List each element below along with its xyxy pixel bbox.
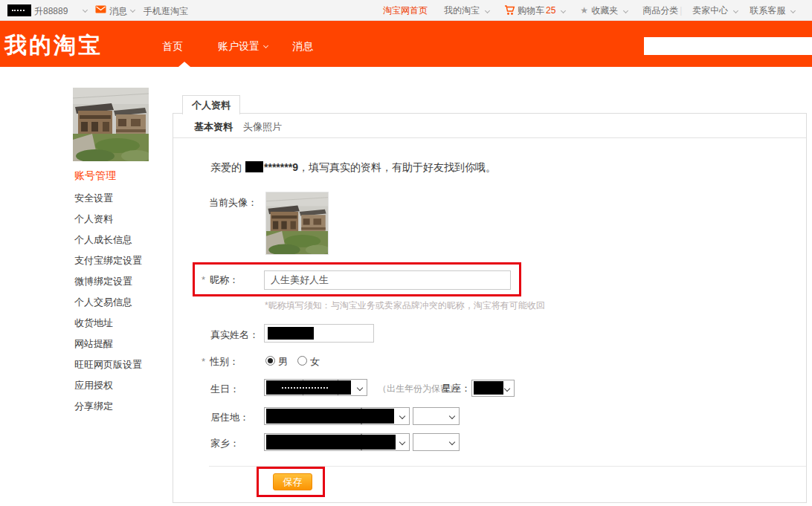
hometown-label: 家乡： [210, 437, 239, 450]
topbar-separator: | [680, 5, 682, 16]
greeting-text: 亲爱的*******9，填写真实的资料，有助于好友找到你哦。 [210, 161, 496, 175]
chevron-down-icon [399, 413, 405, 419]
account-settings-caret-icon [263, 43, 268, 48]
star-icon: ★ [580, 5, 588, 16]
hometown-district-select[interactable] [413, 433, 460, 451]
sidebar-section-account-management[interactable]: 账号管理 [74, 169, 116, 183]
messages-dropdown-caret-icon[interactable] [131, 5, 135, 16]
active-tab-indicator [178, 62, 190, 67]
sidebar-avatar-photo [73, 88, 149, 161]
save-button[interactable]: 保存 [273, 473, 312, 490]
chevron-down-icon [357, 385, 363, 391]
chevron-down-icon [504, 386, 510, 392]
cart-link[interactable]: 购物车 [518, 4, 544, 17]
realname-label: 真实姓名： [210, 328, 259, 342]
chevron-down-icon [399, 439, 405, 445]
nav-account-settings-tab[interactable]: 账户设置 [218, 40, 268, 53]
tab-personal-profile[interactable]: 个人资料 [182, 95, 240, 114]
gender-label: 性别： [210, 355, 239, 369]
my-taobao-caret-icon[interactable] [485, 7, 490, 13]
birthday-label: 生日： [210, 383, 239, 396]
taobao-profile-page: 升88889 消息 手机逛淘宝 淘宝网首页 我的淘宝 购物车 25 ★ 收藏夹 … [0, 0, 812, 506]
zodiac-redaction [474, 381, 503, 395]
zodiac-label: 星座： [442, 382, 471, 395]
hometown-redaction [266, 435, 396, 450]
cart-count[interactable]: 25 [546, 5, 555, 16]
subtab-avatar-photo[interactable]: 头像照片 [243, 120, 282, 134]
greeting-masked-name: *******9 [264, 161, 298, 173]
gender-male-radio[interactable] [265, 356, 275, 366]
cart-icon [504, 5, 515, 16]
sidebar-item-security-settings[interactable]: 安全设置 [74, 192, 113, 205]
nav-messages-tab[interactable]: 消息 [292, 40, 313, 53]
seller-center-caret-icon[interactable] [733, 7, 738, 13]
categories-link[interactable]: 商品分类 [642, 4, 678, 17]
username-redaction [7, 4, 31, 16]
residence-label: 居住地： [210, 411, 249, 424]
seller-center-link[interactable]: 卖家中心 [692, 4, 728, 17]
sidebar-item-alipay-binding[interactable]: 支付宝绑定设置 [74, 254, 142, 267]
favorites-caret-icon[interactable] [623, 7, 628, 13]
nickname-label: 昵称： [210, 273, 239, 287]
current-avatar-photo [265, 192, 329, 255]
gender-required-mark: * [202, 356, 205, 367]
nickname-note: *昵称填写须知：与淘宝业务或卖家品牌冲突的昵称，淘宝将有可能收回 [265, 299, 545, 312]
cart-caret-icon[interactable] [561, 7, 566, 13]
nickname-input[interactable] [264, 270, 511, 290]
nickname-required-mark: * [202, 274, 205, 285]
sidebar-item-share-binding[interactable]: 分享绑定 [74, 400, 113, 413]
taobao-home-link[interactable]: 淘宝网首页 [383, 4, 428, 17]
username-text[interactable]: 升88889 [34, 5, 68, 18]
sidebar-item-transaction-info[interactable]: 个人交易信息 [74, 296, 132, 309]
gender-female-radio[interactable] [297, 356, 307, 366]
envelope-icon [95, 4, 106, 16]
topbar-messages-link[interactable]: 消息 [109, 5, 127, 18]
nav-home-tab[interactable]: 首页 [162, 40, 183, 53]
residence-redaction [266, 409, 394, 424]
form-divider [209, 466, 806, 467]
topbar: 升88889 消息 手机逛淘宝 淘宝网首页 我的淘宝 购物车 25 ★ 收藏夹 … [0, 0, 812, 21]
chevron-down-icon [449, 439, 455, 445]
sidebar-item-weibo-binding[interactable]: 微博绑定设置 [74, 275, 132, 288]
sidebar-item-personal-profile[interactable]: 个人资料 [74, 213, 113, 226]
sidebar-item-site-reminder[interactable]: 网站提醒 [74, 337, 113, 351]
subtab-basic-info[interactable]: 基本资料 [194, 120, 233, 134]
sidebar-item-personal-growth-info[interactable]: 个人成长信息 [74, 233, 132, 247]
gender-male-label[interactable]: 男 [278, 355, 288, 369]
sidebar-item-app-authorization[interactable]: 应用授权 [74, 379, 113, 392]
topbar-right-links: 淘宝网首页 我的淘宝 购物车 25 ★ 收藏夹 商品分类 | 卖家中心 联系客服 [383, 0, 795, 21]
current-avatar-label: 当前头像： [209, 196, 257, 210]
my-taobao-link[interactable]: 我的淘宝 [444, 4, 480, 17]
birthday-redaction [266, 380, 351, 395]
favorites-link[interactable]: 收藏夹 [591, 4, 618, 17]
my-taobao-logo: 我的淘宝 [4, 30, 103, 61]
realname-redaction [268, 327, 314, 340]
residence-district-select[interactable] [413, 407, 460, 425]
gender-female-label[interactable]: 女 [310, 355, 320, 369]
sidebar-item-shipping-address[interactable]: 收货地址 [74, 317, 113, 330]
user-dropdown-caret-icon[interactable] [83, 5, 87, 16]
site-header: 我的淘宝 首页 账户设置 消息 [0, 21, 812, 67]
header-search-input[interactable] [644, 37, 812, 55]
chevron-down-icon [449, 413, 455, 419]
customer-service-caret-icon[interactable] [790, 7, 796, 13]
mobile-taobao-link[interactable]: 手机逛淘宝 [144, 5, 188, 18]
greeting-name-redaction [245, 161, 263, 172]
sidebar-item-wangwang-web-settings[interactable]: 旺旺网页版设置 [74, 358, 142, 372]
customer-service-link[interactable]: 联系客服 [750, 4, 785, 17]
